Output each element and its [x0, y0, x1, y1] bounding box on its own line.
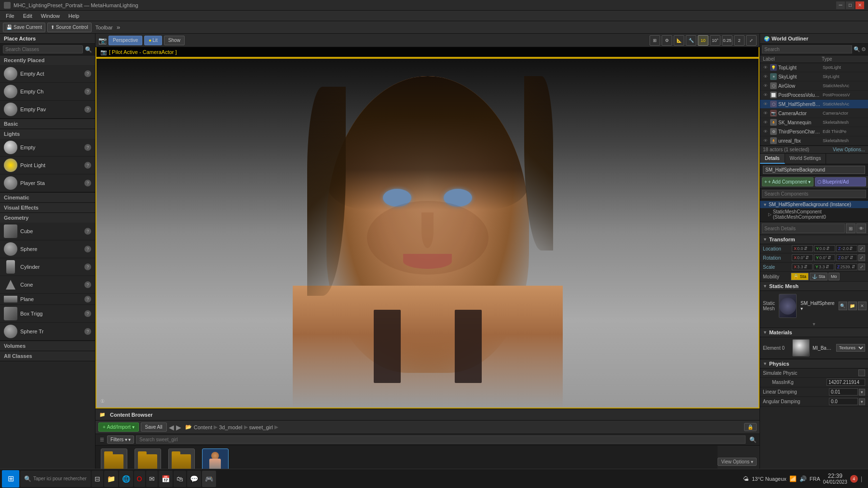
outliner-item-airglow[interactable]: 👁 ⬡ AirGlow StaticMeshAc [760, 81, 868, 91]
tab-details[interactable]: Details [760, 154, 785, 164]
eye-icon[interactable]: 👁 [762, 82, 769, 89]
location-expand-button[interactable]: ⤢ [858, 245, 865, 252]
scale-expand-button[interactable]: ⤢ [858, 264, 865, 270]
mesh-browse-button[interactable]: 📁 [848, 302, 857, 310]
scale-x-field[interactable]: X 3.3 ⇵ [792, 264, 813, 270]
viewport-ctrl-7[interactable]: 0.25 [722, 35, 732, 46]
add-import-button[interactable]: + Add/Import ▾ [98, 422, 139, 432]
show-button[interactable]: Show [164, 36, 185, 45]
eye-icon[interactable]: 👁 [762, 137, 769, 144]
location-z-field[interactable]: Z -2.0 ⇵ [836, 245, 857, 252]
linear-damping-dropdown-button[interactable]: ▾ [859, 389, 865, 396]
nav-back-button[interactable]: ◀ [169, 423, 174, 431]
outliner-item-unreal-fbx[interactable]: 👁 🧍 unreal_fbx SkeletalMesh [760, 136, 868, 145]
rotation-z-field[interactable]: Z 0.0° ⇵ [836, 254, 857, 261]
rotation-y-field[interactable]: Y 0.0° ⇵ [814, 254, 835, 261]
view-options-link[interactable]: View Options... [833, 147, 865, 152]
location-y-field[interactable]: Y 0.0 ⇵ [814, 245, 835, 252]
list-item[interactable]: Point Light ? [0, 157, 95, 174]
material-name[interactable]: MI_BackgroundPl ▾ [813, 345, 833, 351]
details-eye-button[interactable]: 👁 [856, 224, 866, 233]
actor-search-input[interactable] [3, 45, 83, 53]
viewport-ctrl-2[interactable]: ⚙ [662, 35, 672, 46]
list-item[interactable]: Box Trigg ? [0, 305, 95, 323]
mobility-movable-button[interactable]: Mo [828, 273, 840, 280]
start-button[interactable]: ⊞ [2, 470, 19, 488]
viewport-ctrl-4[interactable]: 🔧 [686, 35, 696, 46]
search-details-input[interactable] [762, 224, 845, 233]
list-item[interactable]: Plane ? [0, 294, 95, 305]
perspective-button[interactable]: Perspective [108, 36, 142, 45]
outliner-item-skylight[interactable]: 👁 ☀ SkyLight SkyLight [760, 72, 868, 81]
eye-icon[interactable]: 👁 [762, 64, 769, 71]
list-item[interactable]: Empty Ch ? [0, 83, 95, 101]
viewport-ctrl-3[interactable]: 📐 [674, 35, 684, 46]
chrome-button[interactable]: 🌐 [119, 471, 133, 487]
discord-button[interactable]: 💬 [187, 471, 201, 487]
simulate-physics-checkbox[interactable] [858, 369, 865, 376]
angular-damping-input[interactable] [829, 398, 858, 405]
list-item[interactable]: Empty ? [0, 139, 95, 157]
mobility-static-button[interactable]: 🔒 Sta [791, 273, 809, 280]
location-x-field[interactable]: X 0.0 ⇵ [792, 245, 813, 252]
sphere-trigger-help-icon[interactable]: ? [84, 328, 91, 335]
list-item[interactable]: Empty Pav ? [0, 101, 95, 119]
location-label[interactable]: Location [763, 246, 791, 251]
viewport-canvas[interactable]: ① [95, 58, 760, 409]
outliner-item-toplight[interactable]: 👁 💡 TopLight SpotLight [760, 63, 868, 72]
lit-button[interactable]: ● Lit [144, 36, 162, 45]
sphere-help-icon[interactable]: ? [84, 246, 91, 252]
mass-kg-input[interactable] [827, 379, 865, 386]
materials-section-header[interactable]: ▼ Materials [760, 328, 868, 337]
cylinder-help-icon[interactable]: ? [84, 264, 91, 270]
show-desktop-icon[interactable]: | [861, 475, 862, 482]
scale-label[interactable]: Scale [763, 264, 791, 270]
source-control-button[interactable]: ⬆ Source Control [47, 23, 92, 32]
cinematic-header[interactable]: Cinematic [0, 193, 95, 202]
mesh-reset-button[interactable]: ✕ [858, 302, 867, 310]
player-sta-help-icon[interactable]: ? [84, 180, 91, 186]
rotation-label[interactable]: Rotation [763, 255, 791, 261]
plane-help-icon[interactable]: ? [84, 296, 91, 303]
restore-button[interactable]: □ [846, 1, 854, 9]
notification-badge[interactable]: 4 [850, 475, 858, 483]
outliner-item-postprocess[interactable]: 👁 ⬜ PostProcessVolume PostProcessV [760, 91, 868, 100]
menu-window[interactable]: Window [37, 12, 64, 20]
outliner-item-sk-mannequin[interactable]: 👁 🧍 SK_Mannequin SkeletalMesh [760, 118, 868, 127]
selected-actor-name-input[interactable] [763, 166, 865, 174]
unreal-engine-button[interactable]: 🎮 [202, 471, 216, 487]
all-classes-header[interactable]: All Classes [0, 351, 95, 361]
menu-edit[interactable]: Edit [19, 12, 36, 20]
box-trigger-help-icon[interactable]: ? [84, 310, 91, 317]
viewport-fullscreen-button[interactable]: ⤢ [746, 35, 757, 46]
basic-header[interactable]: Basic [0, 119, 95, 129]
lights-header[interactable]: Lights [0, 129, 95, 139]
toolbar-collapse-button[interactable]: » [117, 24, 120, 31]
menu-help[interactable]: Help [65, 12, 83, 20]
outliner-item-thirdperson[interactable]: 👁 ⚙ ThirdPersonCharacter Edit ThirdPe [760, 127, 868, 136]
breadcrumb-sweet-girl[interactable]: sweet_girl [249, 424, 273, 430]
nav-forward-button[interactable]: ▶ [176, 423, 181, 431]
component-child-item[interactable]: ▷ StaticMeshComponent (StaticMeshCompone… [760, 208, 868, 221]
mobility-stationary-button[interactable]: ⚓ Sta [810, 273, 827, 280]
angular-damping-dropdown-button[interactable]: ▾ [859, 398, 865, 405]
transform-section-header[interactable]: ▼ Transform [760, 235, 868, 244]
tab-world-settings[interactable]: World Settings [785, 154, 827, 164]
point-light-help-icon[interactable]: ? [84, 162, 91, 169]
list-item[interactable]: Cylinder ? [0, 258, 95, 276]
eye-icon[interactable]: 👁 [762, 101, 769, 107]
list-item[interactable]: Empty Act ? [0, 65, 95, 83]
viewport-ctrl-1[interactable]: ⊞ [650, 35, 660, 46]
viewport-ctrl-8[interactable]: 2 [734, 35, 745, 46]
linear-damping-input[interactable] [829, 388, 858, 396]
eye-icon[interactable]: 👁 [762, 110, 769, 117]
volumes-header[interactable]: Volumes [0, 341, 95, 351]
cb-grid-toggle[interactable]: ☰ [98, 435, 105, 444]
details-grid-view-button[interactable]: ⊞ [846, 224, 855, 233]
minimize-button[interactable]: ─ [836, 1, 845, 9]
mesh-find-button[interactable]: 🔍 [839, 302, 847, 310]
cube-help-icon[interactable]: ? [84, 228, 91, 235]
search-components-input[interactable] [762, 190, 866, 198]
viewport-ctrl-5[interactable]: 10 [698, 35, 708, 46]
mail-button[interactable]: ✉ [146, 471, 158, 487]
